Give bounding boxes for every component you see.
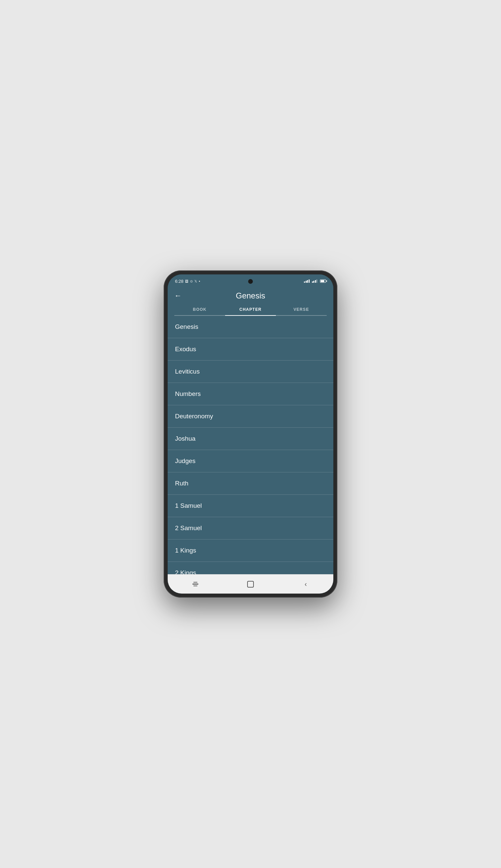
page-title: Genesis bbox=[236, 291, 265, 301]
battery-icon bbox=[320, 280, 326, 283]
status-left: 6:28 🖼 ⊙ 𝕏 • bbox=[175, 279, 200, 284]
book-list: GenesisExodusLeviticusNumbersDeuteronomy… bbox=[168, 316, 333, 574]
recent-apps-button[interactable] bbox=[188, 577, 203, 592]
twitter-icon: 𝕏 bbox=[194, 280, 197, 283]
list-item[interactable]: Exodus bbox=[168, 338, 333, 360]
signal-icon-2 bbox=[312, 280, 318, 283]
gallery-icon: 🖼 bbox=[185, 280, 188, 283]
back-button[interactable]: ← bbox=[174, 291, 182, 300]
back-button-nav[interactable]: ‹ bbox=[298, 577, 313, 592]
tab-book[interactable]: BOOK bbox=[174, 304, 225, 315]
phone-device: 6:28 🖼 ⊙ 𝕏 • bbox=[164, 270, 337, 598]
recent-icon bbox=[192, 582, 199, 587]
list-item[interactable]: 1 Kings bbox=[168, 540, 333, 562]
battery-fill bbox=[321, 280, 324, 282]
camera-notch bbox=[248, 279, 253, 284]
header-title-row: ← Genesis bbox=[174, 291, 327, 304]
tabs-row: BOOK CHAPTER VERSE bbox=[174, 304, 327, 316]
phone-screen: 6:28 🖼 ⊙ 𝕏 • bbox=[168, 274, 333, 594]
list-item[interactable]: Numbers bbox=[168, 383, 333, 405]
nav-bar: ‹ bbox=[168, 574, 333, 594]
list-item[interactable]: Judges bbox=[168, 450, 333, 473]
list-item[interactable]: Joshua bbox=[168, 428, 333, 450]
dot-icon: • bbox=[199, 279, 200, 283]
signal-icon bbox=[304, 280, 310, 283]
app-header: ← Genesis BOOK CHAPTER VERSE bbox=[168, 288, 333, 316]
home-icon bbox=[247, 581, 254, 588]
status-time: 6:28 bbox=[175, 279, 183, 284]
list-item[interactable]: Genesis bbox=[168, 316, 333, 338]
chrome-icon: ⊙ bbox=[190, 280, 193, 283]
list-item[interactable]: 1 Samuel bbox=[168, 495, 333, 517]
tab-chapter[interactable]: CHAPTER bbox=[225, 304, 276, 315]
list-item[interactable]: Leviticus bbox=[168, 360, 333, 383]
list-item[interactable]: 2 Kings bbox=[168, 562, 333, 574]
status-icons-right bbox=[304, 280, 326, 283]
list-item[interactable]: Ruth bbox=[168, 473, 333, 495]
home-button[interactable] bbox=[243, 577, 258, 592]
back-nav-icon: ‹ bbox=[305, 580, 307, 588]
tab-verse[interactable]: VERSE bbox=[276, 304, 327, 315]
list-item[interactable]: 2 Samuel bbox=[168, 517, 333, 540]
list-item[interactable]: Deuteronomy bbox=[168, 405, 333, 428]
